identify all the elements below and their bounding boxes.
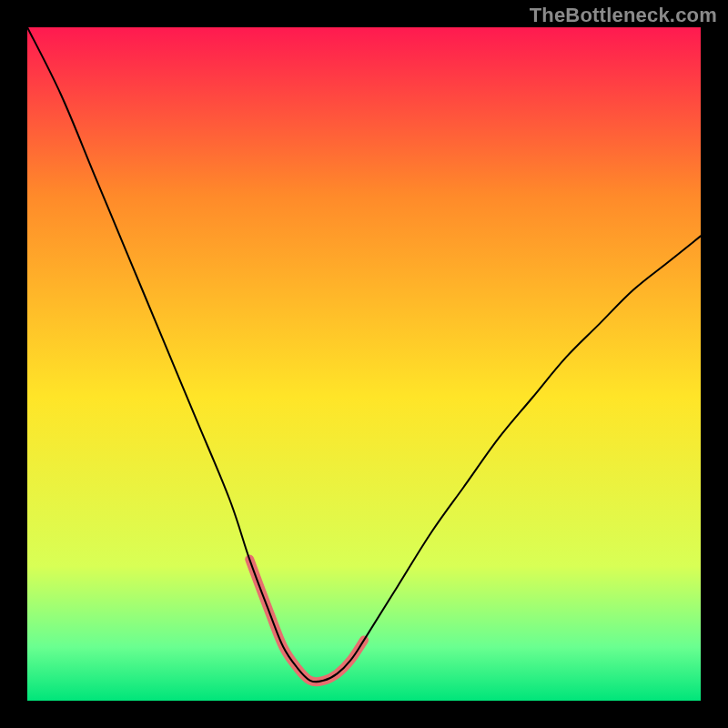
chart-plot-area bbox=[27, 27, 701, 701]
chart-frame: TheBottleneck.com bbox=[0, 0, 728, 728]
watermark-text: TheBottleneck.com bbox=[530, 4, 717, 27]
chart-svg bbox=[27, 27, 701, 701]
gradient-background bbox=[27, 27, 701, 701]
